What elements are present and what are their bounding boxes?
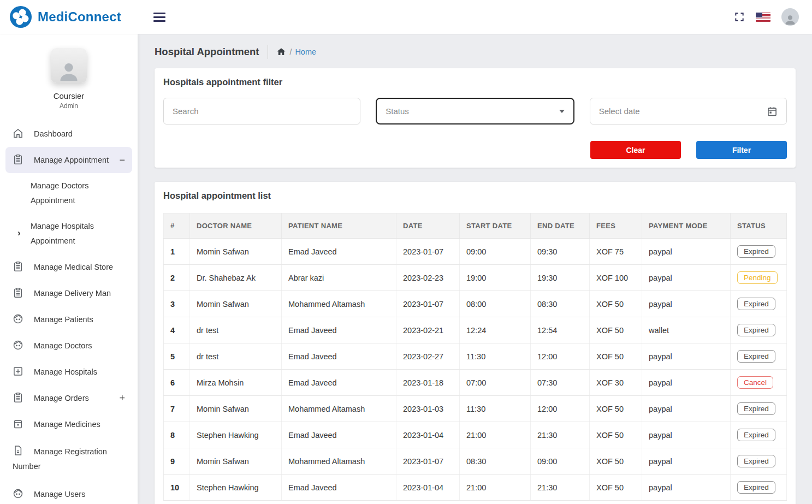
cell-fees: XOF 50 bbox=[590, 317, 642, 343]
clear-button[interactable]: Clear bbox=[590, 141, 681, 159]
cell-status: Expired bbox=[731, 475, 787, 501]
cell-end: 12:00 bbox=[531, 343, 590, 370]
cell-payment: paypal bbox=[642, 343, 731, 370]
cell-payment: paypal bbox=[642, 422, 731, 448]
status-badge[interactable]: Expired bbox=[737, 324, 775, 336]
cell-doctor: dr test bbox=[190, 317, 282, 343]
table-row: 6Mirza MohsinEmad Javeed2023-01-1807:000… bbox=[164, 370, 787, 396]
breadcrumb-home-link[interactable]: Home bbox=[295, 48, 316, 56]
cell-fees: XOF 30 bbox=[590, 370, 642, 396]
table-row: 2Dr. Shahebaz AkAbrar kazi2023-02-2319:0… bbox=[164, 265, 787, 291]
status-badge[interactable]: Expired bbox=[737, 429, 775, 441]
user-avatar-icon[interactable] bbox=[781, 8, 799, 26]
sidebar-item-manage-doctors[interactable]: Manage Doctors bbox=[5, 333, 132, 359]
cell-start: 11:30 bbox=[460, 343, 531, 370]
cell-date: 2023-01-07 bbox=[396, 291, 460, 317]
status-badge[interactable]: Pending bbox=[737, 271, 778, 284]
sidebar-item-manage-registration-number[interactable]: Manage Registration Number bbox=[5, 437, 132, 481]
collapse-icon[interactable]: − bbox=[119, 157, 125, 163]
search-field[interactable] bbox=[163, 98, 360, 124]
sidebar-item-label: Manage Patients bbox=[34, 315, 93, 324]
table-row: 9Momin SafwanMohammed Altamash2023-01-07… bbox=[164, 448, 787, 475]
cell-doctor: Stephen Hawking bbox=[190, 475, 282, 501]
sidebar-item-label: Manage Registration Number bbox=[13, 447, 107, 471]
fullscreen-icon[interactable] bbox=[734, 11, 745, 22]
sidebar-item-manage-orders[interactable]: Manage Orders+ bbox=[5, 385, 132, 411]
sidebar-nav: DashboardManage Appointment−Manage Docto… bbox=[0, 121, 138, 504]
filter-button[interactable]: Filter bbox=[696, 141, 787, 159]
cell-doctor: Momin Safwan bbox=[190, 239, 282, 265]
menu-icon[interactable] bbox=[153, 11, 168, 23]
cell-patient: Emad Javeed bbox=[282, 422, 396, 448]
status-badge[interactable]: Expired bbox=[737, 245, 775, 258]
cell-status: Expired bbox=[731, 448, 787, 475]
us-flag-icon[interactable] bbox=[756, 13, 770, 22]
status-badge[interactable]: Expired bbox=[737, 455, 775, 467]
cell-date: 2023-01-04 bbox=[396, 475, 460, 501]
status-badge[interactable]: Expired bbox=[737, 402, 775, 415]
cell-payment: paypal bbox=[642, 265, 731, 291]
clipboard-icon bbox=[13, 392, 25, 404]
cell-num: 3 bbox=[164, 291, 190, 317]
sidebar-subitem-manage-hospitals-appointment[interactable]: ›Manage Hospitals Appointment bbox=[5, 214, 132, 254]
cell-status: Expired bbox=[731, 343, 787, 370]
sidebar-item-manage-hospitals[interactable]: Manage Hospitals bbox=[5, 359, 132, 385]
sidebar-subitem-manage-doctors-appointment[interactable]: Manage Doctors Appointment bbox=[5, 173, 132, 214]
cell-start: 08:30 bbox=[460, 448, 531, 475]
sidebar-item-manage-users[interactable]: Manage Users bbox=[5, 481, 132, 504]
hospital-icon bbox=[13, 366, 25, 378]
status-badge[interactable]: Expired bbox=[737, 350, 775, 363]
table-body: 1Momin SafwanEmad Javeed2023-01-0709:000… bbox=[164, 239, 787, 501]
cell-num: 9 bbox=[164, 448, 190, 475]
sidebar-item-manage-medical-store[interactable]: Manage Medical Store bbox=[5, 254, 132, 280]
cell-start: 19:00 bbox=[460, 265, 531, 291]
cell-date: 2023-02-21 bbox=[396, 317, 460, 343]
cell-num: 2 bbox=[164, 265, 190, 291]
date-placeholder: Select date bbox=[599, 106, 640, 116]
status-select[interactable]: Status bbox=[376, 98, 574, 124]
expand-icon[interactable]: + bbox=[119, 395, 125, 401]
cell-end: 21:30 bbox=[531, 475, 590, 501]
column-header: PAYMENT MODE bbox=[642, 214, 731, 239]
search-input[interactable] bbox=[173, 106, 351, 116]
mediconnect-logo-icon bbox=[10, 6, 32, 28]
cell-start: 21:00 bbox=[460, 422, 531, 448]
table-row: 5dr testEmad Javeed2023-02-2711:3012:00X… bbox=[164, 343, 787, 370]
home-icon[interactable] bbox=[276, 47, 286, 57]
cell-doctor: Mirza Mohsin bbox=[190, 370, 282, 396]
clipboard-icon bbox=[13, 287, 25, 299]
cell-patient: Emad Javeed bbox=[282, 370, 396, 396]
sidebar-subitem-label: Manage Hospitals Appointment bbox=[31, 222, 94, 245]
face-icon bbox=[13, 313, 25, 325]
cell-end: 12:54 bbox=[531, 317, 590, 343]
sidebar-item-manage-delivery-man[interactable]: Manage Delivery Man bbox=[5, 280, 132, 306]
cell-payment: paypal bbox=[642, 448, 731, 475]
cell-date: 2023-01-07 bbox=[396, 239, 460, 265]
table-row: 1Momin SafwanEmad Javeed2023-01-0709:000… bbox=[164, 239, 787, 265]
status-select-label: Status bbox=[386, 106, 409, 116]
table-header-row: #DOCTOR NAMEPATIENT NAMEDATESTART DATEEN… bbox=[164, 214, 787, 239]
cell-patient: Mohammed Altamash bbox=[282, 291, 396, 317]
filter-card-title: Hospitals appointment filter bbox=[163, 77, 787, 87]
cell-payment: paypal bbox=[642, 396, 731, 422]
sidebar-item-manage-medicines[interactable]: Manage Medicines bbox=[5, 411, 132, 437]
status-badge[interactable]: Expired bbox=[737, 298, 775, 310]
profile: Coursier Admin bbox=[0, 34, 138, 110]
chevron-right-icon: › bbox=[17, 226, 21, 240]
page-title: Hospital Appointment bbox=[155, 46, 259, 58]
cell-num: 10 bbox=[164, 475, 190, 501]
breadcrumb-divider bbox=[268, 45, 268, 59]
cell-doctor: Momin Safwan bbox=[190, 448, 282, 475]
calendar-icon[interactable] bbox=[767, 106, 778, 117]
sidebar-item-manage-patients[interactable]: Manage Patients bbox=[5, 306, 132, 333]
status-badge[interactable]: Cancel bbox=[737, 376, 773, 389]
date-field[interactable]: Select date bbox=[590, 98, 787, 124]
column-header: DOCTOR NAME bbox=[190, 214, 282, 239]
cell-date: 2023-01-07 bbox=[396, 448, 460, 475]
sidebar-item-manage-appointment[interactable]: Manage Appointment− bbox=[5, 147, 132, 173]
profile-role: Admin bbox=[0, 102, 138, 110]
sidebar-item-dashboard[interactable]: Dashboard bbox=[5, 121, 132, 147]
status-badge[interactable]: Expired bbox=[737, 481, 775, 494]
cell-payment: paypal bbox=[642, 239, 731, 265]
sidebar-item-label: Manage Doctors bbox=[34, 341, 92, 350]
